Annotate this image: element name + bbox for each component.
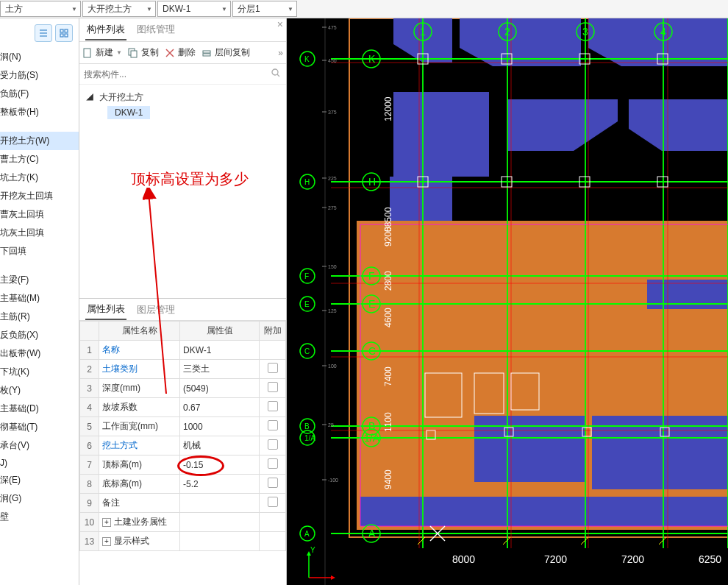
left-item[interactable]: 曹灰土回填 — [0, 205, 79, 224]
middle-panel: 构件列表 图纸管理 × 新建▼ 复制 删除 层间复制 » — [79, 18, 287, 585]
left-item[interactable]: 下坑(K) — [0, 363, 79, 381]
property-row[interactable]: 8底标高(m)-5.2 — [80, 475, 286, 494]
svg-text:1/A: 1/A — [304, 434, 315, 442]
left-item[interactable]: 洞(G) — [0, 489, 79, 508]
attach-checkbox[interactable] — [268, 458, 278, 469]
svg-text:Y: Y — [310, 546, 315, 554]
svg-rect-29 — [647, 280, 728, 309]
svg-rect-30 — [360, 497, 728, 526]
left-item[interactable]: 坑土方(K) — [0, 169, 79, 187]
property-row[interactable]: 4放坡系数0.67 — [80, 398, 286, 417]
properties-table: 属性名称 属性值 附加 1名称DKW-12土壤类别三类土3深度(mm)(5049… — [79, 321, 286, 585]
property-row[interactable]: 5工作面宽(mm)1000 — [80, 417, 286, 436]
tab-drawing-manage[interactable]: 图纸管理 — [135, 20, 176, 40]
svg-text:150: 150 — [328, 264, 337, 269]
property-row[interactable]: 9备注 — [80, 494, 286, 513]
attach-checkbox[interactable] — [268, 420, 278, 430]
left-item[interactable] — [0, 260, 79, 271]
tree-child-selected[interactable]: DKW-1 — [107, 106, 150, 119]
dropdown-type[interactable]: 大开挖土方 — [82, 1, 156, 17]
svg-text:A: A — [368, 528, 376, 539]
attach-checkbox[interactable] — [268, 401, 278, 411]
left-item[interactable]: 彻基础(T) — [0, 418, 79, 436]
dropdown-layer[interactable]: 分层1 — [232, 1, 297, 17]
left-item[interactable]: 洞(N) — [0, 48, 79, 66]
property-row[interactable]: 13+显示样式 — [80, 532, 286, 551]
left-item[interactable]: J) — [0, 455, 79, 471]
svg-text:4600: 4600 — [383, 308, 393, 327]
annotation-text: 顶标高设置为多少 — [131, 169, 249, 189]
attach-checkbox[interactable] — [268, 439, 278, 450]
expand-icon[interactable]: + — [102, 537, 111, 546]
left-item[interactable]: 壁 — [0, 508, 79, 526]
tab-component-list[interactable]: 构件列表 — [85, 20, 126, 40]
search-input[interactable] — [84, 69, 282, 79]
view-grid-icon[interactable] — [55, 24, 73, 42]
delete-button[interactable]: 删除 — [165, 46, 196, 59]
highlight-circle — [177, 455, 224, 476]
attach-checkbox[interactable] — [268, 363, 278, 373]
svg-point-14 — [272, 69, 278, 75]
view-list-icon[interactable] — [35, 24, 52, 42]
component-tree: ◢ 大开挖土方 DKW-1 顶标高设置为多少 — [79, 85, 286, 298]
property-row[interactable]: 6挖土方式机械 — [80, 436, 286, 455]
left-item[interactable]: 受力筋(S) — [0, 66, 79, 85]
col-prop-attach: 附加 — [260, 322, 286, 341]
left-item[interactable]: 反负筋(X) — [0, 326, 79, 344]
dropdown-category[interactable]: 土方 — [0, 1, 81, 17]
property-row[interactable]: 2土壤类别三类土 — [80, 360, 286, 379]
left-item[interactable]: 主筋(R) — [0, 308, 79, 326]
tab-attributes[interactable]: 属性列表 — [85, 299, 126, 320]
svg-line-15 — [277, 74, 279, 77]
left-item[interactable] — [0, 121, 79, 132]
svg-text:K: K — [304, 55, 310, 63]
layer-copy-button[interactable]: 层间复制 — [201, 46, 250, 59]
new-button[interactable]: 新建▼ — [82, 46, 122, 59]
svg-text:450: 450 — [328, 58, 337, 63]
svg-rect-4 — [65, 29, 68, 32]
left-item[interactable]: 主基础(D) — [0, 400, 79, 418]
left-item[interactable]: 开挖土方(W) — [0, 132, 79, 150]
svg-text:6250: 6250 — [699, 553, 721, 565]
svg-rect-9 — [131, 51, 137, 57]
left-item[interactable]: 整板带(H) — [0, 103, 79, 121]
close-icon[interactable]: × — [277, 18, 283, 30]
svg-text:H: H — [304, 178, 310, 186]
svg-text:1/A: 1/A — [364, 432, 380, 444]
left-item[interactable]: 枚(Y) — [0, 381, 79, 400]
svg-text:4: 4 — [660, 26, 666, 38]
search-icon[interactable] — [271, 68, 280, 79]
left-item[interactable]: 承台(V) — [0, 436, 79, 455]
svg-text:F: F — [304, 272, 309, 280]
svg-text:275: 275 — [328, 205, 337, 210]
svg-rect-24 — [390, 177, 452, 221]
left-item[interactable]: 主梁(F) — [0, 271, 79, 289]
left-item[interactable]: 负筋(F) — [0, 85, 79, 103]
attach-checkbox[interactable] — [268, 478, 278, 488]
left-item[interactable]: 坑灰土回填 — [0, 224, 79, 242]
attach-checkbox[interactable] — [268, 382, 278, 392]
tree-parent[interactable]: ◢ 大开挖土方 — [85, 89, 280, 106]
expand-icon[interactable]: + — [102, 518, 111, 527]
property-row[interactable]: 1名称DKW-1 — [80, 341, 286, 360]
left-item[interactable]: 下回填 — [0, 242, 79, 260]
left-item[interactable]: 主基础(M) — [0, 289, 79, 308]
attach-checkbox[interactable] — [268, 497, 278, 507]
left-item[interactable]: 开挖灰土回填 — [0, 187, 79, 205]
left-item[interactable]: 出板带(W) — [0, 344, 79, 363]
dropdown-component[interactable]: DKW-1 — [157, 1, 231, 17]
copy-button[interactable]: 复制 — [128, 46, 159, 59]
property-row[interactable]: 10+土建业务属性 — [80, 513, 286, 532]
svg-text:225: 225 — [328, 176, 337, 181]
left-item[interactable]: 曹土方(C) — [0, 150, 79, 169]
svg-text:B: B — [304, 422, 310, 430]
property-row[interactable]: 3深度(mm)(5049) — [80, 379, 286, 398]
svg-text:C: C — [368, 345, 376, 357]
property-row[interactable]: 7顶标高(m)-0.15 — [80, 455, 286, 475]
left-item[interactable]: 深(E) — [0, 471, 79, 489]
cad-viewport[interactable]: 1234 KKHHFFEECCBB1/A1/AAA 12000585009200… — [287, 18, 728, 585]
left-panel: 洞(N)受力筋(S)负筋(F)整板带(H)开挖土方(W)曹土方(C)坑土方(K)… — [0, 18, 79, 585]
svg-text:100: 100 — [328, 364, 337, 369]
tab-layers[interactable]: 图层管理 — [135, 300, 176, 319]
more-icon[interactable]: » — [278, 48, 283, 58]
